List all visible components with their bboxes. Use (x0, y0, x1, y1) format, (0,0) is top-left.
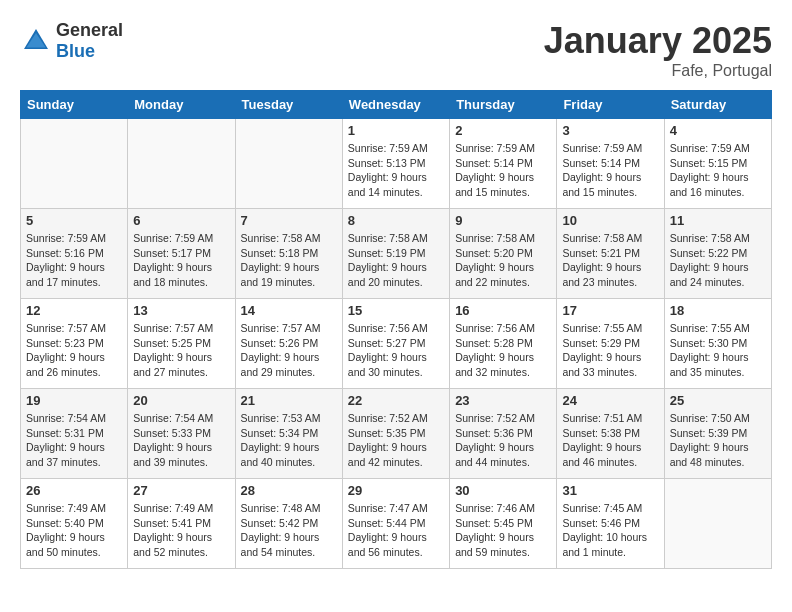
day-info: Sunrise: 7:57 AM Sunset: 5:23 PM Dayligh… (26, 321, 122, 380)
logo: General Blue (20, 20, 123, 62)
day-info: Sunrise: 7:46 AM Sunset: 5:45 PM Dayligh… (455, 501, 551, 560)
day-info: Sunrise: 7:47 AM Sunset: 5:44 PM Dayligh… (348, 501, 444, 560)
day-info: Sunrise: 7:54 AM Sunset: 5:31 PM Dayligh… (26, 411, 122, 470)
logo-blue: Blue (56, 41, 95, 61)
calendar-cell: 30Sunrise: 7:46 AM Sunset: 5:45 PM Dayli… (450, 479, 557, 569)
weekday-header: Saturday (664, 91, 771, 119)
weekday-header: Wednesday (342, 91, 449, 119)
day-info: Sunrise: 7:56 AM Sunset: 5:28 PM Dayligh… (455, 321, 551, 380)
calendar-cell: 28Sunrise: 7:48 AM Sunset: 5:42 PM Dayli… (235, 479, 342, 569)
day-info: Sunrise: 7:57 AM Sunset: 5:25 PM Dayligh… (133, 321, 229, 380)
calendar-cell: 31Sunrise: 7:45 AM Sunset: 5:46 PM Dayli… (557, 479, 664, 569)
logo-icon (20, 25, 52, 57)
calendar-cell: 15Sunrise: 7:56 AM Sunset: 5:27 PM Dayli… (342, 299, 449, 389)
calendar-cell: 8Sunrise: 7:58 AM Sunset: 5:19 PM Daylig… (342, 209, 449, 299)
day-number: 4 (670, 123, 766, 138)
day-number: 8 (348, 213, 444, 228)
weekday-header: Thursday (450, 91, 557, 119)
month-title: January 2025 (544, 20, 772, 62)
day-info: Sunrise: 7:45 AM Sunset: 5:46 PM Dayligh… (562, 501, 658, 560)
day-info: Sunrise: 7:59 AM Sunset: 5:13 PM Dayligh… (348, 141, 444, 200)
day-number: 16 (455, 303, 551, 318)
calendar-cell (664, 479, 771, 569)
day-info: Sunrise: 7:59 AM Sunset: 5:17 PM Dayligh… (133, 231, 229, 290)
day-info: Sunrise: 7:58 AM Sunset: 5:22 PM Dayligh… (670, 231, 766, 290)
day-number: 27 (133, 483, 229, 498)
calendar-cell: 19Sunrise: 7:54 AM Sunset: 5:31 PM Dayli… (21, 389, 128, 479)
calendar-cell: 13Sunrise: 7:57 AM Sunset: 5:25 PM Dayli… (128, 299, 235, 389)
day-info: Sunrise: 7:55 AM Sunset: 5:30 PM Dayligh… (670, 321, 766, 380)
calendar-cell: 7Sunrise: 7:58 AM Sunset: 5:18 PM Daylig… (235, 209, 342, 299)
day-number: 18 (670, 303, 766, 318)
calendar-cell: 21Sunrise: 7:53 AM Sunset: 5:34 PM Dayli… (235, 389, 342, 479)
day-number: 3 (562, 123, 658, 138)
day-info: Sunrise: 7:57 AM Sunset: 5:26 PM Dayligh… (241, 321, 337, 380)
day-info: Sunrise: 7:48 AM Sunset: 5:42 PM Dayligh… (241, 501, 337, 560)
calendar-cell: 9Sunrise: 7:58 AM Sunset: 5:20 PM Daylig… (450, 209, 557, 299)
day-number: 20 (133, 393, 229, 408)
weekday-header: Friday (557, 91, 664, 119)
day-info: Sunrise: 7:59 AM Sunset: 5:16 PM Dayligh… (26, 231, 122, 290)
calendar-cell: 27Sunrise: 7:49 AM Sunset: 5:41 PM Dayli… (128, 479, 235, 569)
day-number: 13 (133, 303, 229, 318)
calendar-cell: 29Sunrise: 7:47 AM Sunset: 5:44 PM Dayli… (342, 479, 449, 569)
calendar-cell: 11Sunrise: 7:58 AM Sunset: 5:22 PM Dayli… (664, 209, 771, 299)
day-number: 5 (26, 213, 122, 228)
day-info: Sunrise: 7:49 AM Sunset: 5:40 PM Dayligh… (26, 501, 122, 560)
day-info: Sunrise: 7:52 AM Sunset: 5:35 PM Dayligh… (348, 411, 444, 470)
day-number: 29 (348, 483, 444, 498)
day-number: 11 (670, 213, 766, 228)
day-number: 28 (241, 483, 337, 498)
day-number: 17 (562, 303, 658, 318)
day-number: 15 (348, 303, 444, 318)
calendar-cell: 5Sunrise: 7:59 AM Sunset: 5:16 PM Daylig… (21, 209, 128, 299)
calendar-cell: 26Sunrise: 7:49 AM Sunset: 5:40 PM Dayli… (21, 479, 128, 569)
day-info: Sunrise: 7:58 AM Sunset: 5:21 PM Dayligh… (562, 231, 658, 290)
calendar-cell: 17Sunrise: 7:55 AM Sunset: 5:29 PM Dayli… (557, 299, 664, 389)
calendar-cell: 10Sunrise: 7:58 AM Sunset: 5:21 PM Dayli… (557, 209, 664, 299)
day-number: 1 (348, 123, 444, 138)
day-number: 19 (26, 393, 122, 408)
day-info: Sunrise: 7:58 AM Sunset: 5:19 PM Dayligh… (348, 231, 444, 290)
day-number: 30 (455, 483, 551, 498)
day-number: 25 (670, 393, 766, 408)
day-info: Sunrise: 7:56 AM Sunset: 5:27 PM Dayligh… (348, 321, 444, 380)
calendar-cell (128, 119, 235, 209)
day-number: 21 (241, 393, 337, 408)
day-info: Sunrise: 7:58 AM Sunset: 5:20 PM Dayligh… (455, 231, 551, 290)
weekday-header: Sunday (21, 91, 128, 119)
calendar-cell (235, 119, 342, 209)
day-number: 31 (562, 483, 658, 498)
calendar-table: SundayMondayTuesdayWednesdayThursdayFrid… (20, 90, 772, 569)
day-info: Sunrise: 7:58 AM Sunset: 5:18 PM Dayligh… (241, 231, 337, 290)
logo-text: General Blue (56, 20, 123, 62)
day-info: Sunrise: 7:52 AM Sunset: 5:36 PM Dayligh… (455, 411, 551, 470)
day-number: 22 (348, 393, 444, 408)
page-header: General Blue January 2025 Fafe, Portugal (20, 20, 772, 80)
calendar-cell: 16Sunrise: 7:56 AM Sunset: 5:28 PM Dayli… (450, 299, 557, 389)
calendar-cell: 20Sunrise: 7:54 AM Sunset: 5:33 PM Dayli… (128, 389, 235, 479)
day-info: Sunrise: 7:54 AM Sunset: 5:33 PM Dayligh… (133, 411, 229, 470)
day-info: Sunrise: 7:59 AM Sunset: 5:14 PM Dayligh… (562, 141, 658, 200)
calendar-cell: 3Sunrise: 7:59 AM Sunset: 5:14 PM Daylig… (557, 119, 664, 209)
day-number: 26 (26, 483, 122, 498)
calendar-cell (21, 119, 128, 209)
day-number: 12 (26, 303, 122, 318)
calendar-cell: 22Sunrise: 7:52 AM Sunset: 5:35 PM Dayli… (342, 389, 449, 479)
calendar-cell: 24Sunrise: 7:51 AM Sunset: 5:38 PM Dayli… (557, 389, 664, 479)
calendar-cell: 18Sunrise: 7:55 AM Sunset: 5:30 PM Dayli… (664, 299, 771, 389)
title-block: January 2025 Fafe, Portugal (544, 20, 772, 80)
calendar-cell: 2Sunrise: 7:59 AM Sunset: 5:14 PM Daylig… (450, 119, 557, 209)
day-number: 10 (562, 213, 658, 228)
day-info: Sunrise: 7:50 AM Sunset: 5:39 PM Dayligh… (670, 411, 766, 470)
day-number: 23 (455, 393, 551, 408)
day-info: Sunrise: 7:49 AM Sunset: 5:41 PM Dayligh… (133, 501, 229, 560)
day-number: 6 (133, 213, 229, 228)
day-info: Sunrise: 7:55 AM Sunset: 5:29 PM Dayligh… (562, 321, 658, 380)
day-number: 2 (455, 123, 551, 138)
weekday-header: Monday (128, 91, 235, 119)
calendar-cell: 1Sunrise: 7:59 AM Sunset: 5:13 PM Daylig… (342, 119, 449, 209)
calendar-cell: 4Sunrise: 7:59 AM Sunset: 5:15 PM Daylig… (664, 119, 771, 209)
day-info: Sunrise: 7:59 AM Sunset: 5:14 PM Dayligh… (455, 141, 551, 200)
calendar-cell: 23Sunrise: 7:52 AM Sunset: 5:36 PM Dayli… (450, 389, 557, 479)
